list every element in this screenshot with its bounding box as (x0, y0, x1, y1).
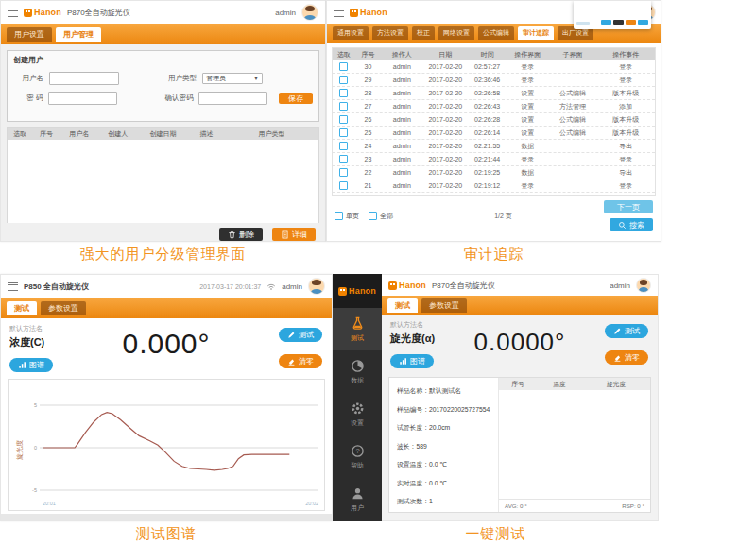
row-checkbox[interactable] (339, 115, 348, 124)
col-event: 操作事件 (597, 50, 655, 60)
spectrum-chart-card: 50-5旋光度20:0120:02 (8, 379, 325, 511)
single-page-checkbox[interactable]: 单页 (335, 212, 359, 221)
avatar[interactable] (636, 278, 651, 293)
row-checkbox[interactable] (339, 102, 348, 111)
test-button[interactable]: 测试 (279, 328, 322, 342)
user-table-empty-body (8, 140, 318, 223)
tab-network-settings[interactable]: 网络设置 (438, 26, 474, 40)
sidebar-label: 数据 (351, 376, 364, 385)
mini-button-dark[interactable] (613, 20, 624, 25)
search-button[interactable]: 搜索 (610, 218, 653, 231)
sidebar-item-user[interactable]: 用户 (333, 478, 382, 520)
col-select: 选取 (333, 50, 355, 60)
user-type-select[interactable]: 管理员 ▼ (202, 73, 263, 84)
sidebar-item-help[interactable]: ? 帮助 (333, 435, 382, 478)
table-cell: 登录 (597, 181, 655, 191)
table-cell: 数据 (507, 142, 548, 151)
tab-audit-trail[interactable]: 审计追踪 (518, 26, 554, 40)
avatar[interactable] (301, 4, 318, 21)
test-button[interactable]: 测试 (605, 324, 648, 338)
panel-onekey-test: Hanon 测试 数据 设置 ? 帮助 用户 (333, 274, 659, 521)
tab-formula-editor[interactable]: 公式编辑 (478, 26, 514, 40)
row-checkbox[interactable] (339, 168, 348, 177)
table-cell: 02:21:44 (468, 156, 507, 162)
row-checkbox[interactable] (339, 142, 348, 150)
pen-icon (613, 327, 622, 335)
mini-button-orange[interactable] (626, 20, 636, 25)
person-icon (351, 486, 365, 501)
zero-button[interactable]: 清零 (605, 350, 648, 365)
sidebar-item-test[interactable]: 测试 (333, 308, 382, 350)
tab-test[interactable]: 测试 (7, 301, 37, 315)
username-field[interactable] (49, 72, 119, 85)
sidebar-item-settings[interactable]: 设置 (333, 393, 382, 435)
next-page-button[interactable]: 下一页 (604, 200, 653, 213)
table-cell: admin (381, 182, 422, 189)
tab-bar: 用户设置 用户管理 (1, 24, 325, 44)
marketing-collage: Hanon P870全自动旋光仪 admin 用户设置 用户管理 创建用户 用户… (0, 0, 756, 545)
col-description: 描述 (188, 129, 225, 139)
tab-user-management[interactable]: 用户管理 (56, 27, 101, 42)
hamburger-menu-icon[interactable] (8, 9, 18, 17)
table-cell: 2017-02-20 (422, 143, 468, 149)
wifi-icon (266, 282, 276, 291)
eraser-icon (287, 357, 296, 366)
confirm-password-field[interactable] (198, 92, 267, 105)
all-pages-checkbox[interactable]: 全部 (369, 212, 393, 221)
hamburger-menu-icon[interactable] (8, 282, 18, 291)
hamburger-menu-icon[interactable] (334, 9, 344, 17)
table-cell: 02:19:25 (468, 169, 507, 176)
row-checkbox[interactable] (339, 76, 348, 84)
tab-user-settings[interactable]: 用户设置 (7, 27, 52, 42)
detail-button[interactable]: 详细 (272, 228, 316, 241)
table-cell: 登录 (507, 62, 548, 72)
graph-button[interactable]: 图谱 (9, 358, 53, 372)
y-tick-label: 0 (34, 445, 37, 451)
sample-info-list: 样品名称：默认测试名样品编号：20170220025727554试管长度：20.… (389, 378, 499, 512)
pen-icon (287, 331, 296, 339)
tab-parameter-settings[interactable]: 参数设置 (421, 298, 467, 313)
app-title: P870全自动旋光仪 (432, 281, 495, 291)
tab-test[interactable]: 测试 (387, 298, 418, 313)
table-row: 27admin2017-02-2002:26:43设置方法管理添加 (333, 100, 655, 113)
table-cell: 数据 (507, 195, 548, 196)
row-checkbox[interactable] (339, 89, 348, 97)
graph-button[interactable]: 图谱 (390, 354, 434, 368)
mini-button-blue[interactable] (601, 20, 611, 25)
detail-label: 详细 (292, 230, 307, 240)
table-cell: 2017-02-20 (422, 156, 468, 162)
table-cell: 登录 (507, 181, 548, 191)
row-checkbox[interactable] (339, 181, 348, 190)
rsp-value: RSP: 0 ° (622, 502, 644, 509)
mini-button-blue[interactable] (638, 20, 648, 25)
row-checkbox[interactable] (339, 155, 348, 163)
table-row: 26admin2017-02-2002:26:28设置公式编辑版本升级 (333, 113, 655, 127)
row-checkbox[interactable] (339, 62, 348, 71)
tab-general-settings[interactable]: 通用设置 (333, 26, 369, 40)
zero-button[interactable]: 清零 (279, 354, 322, 368)
dialog-overlay (574, 1, 651, 29)
datetime: 2017-03-17 20:01:37 (199, 283, 261, 290)
sidebar-item-data[interactable]: 数据 (333, 350, 382, 393)
graph-label: 图谱 (29, 360, 44, 370)
bar-chart-icon (18, 361, 26, 369)
tab-parameter-settings[interactable]: 参数设置 (41, 301, 86, 315)
titlebar: Hanon P870全自动旋光仪 admin (382, 275, 658, 296)
tab-calibration[interactable]: 校正 (412, 26, 435, 40)
pie-chart-icon (351, 359, 365, 373)
tab-method-settings[interactable]: 方法设置 (372, 26, 408, 40)
password-field[interactable] (48, 92, 117, 105)
table-cell: admin (381, 169, 422, 176)
spectrum-chart: 50-5旋光度20:0120:02 (9, 380, 326, 510)
delete-button[interactable]: 删除 (219, 228, 263, 241)
save-button[interactable]: 保存 (279, 93, 313, 104)
info-item: 测试次数：1 (397, 497, 490, 506)
flask-icon (351, 316, 365, 331)
avatar[interactable] (308, 278, 325, 295)
delete-label: 删除 (239, 230, 254, 240)
table-cell: 29 (355, 77, 381, 83)
table-cell: 导出 (597, 195, 655, 196)
row-checkbox[interactable] (339, 128, 348, 137)
table-cell: 版本升级 (597, 128, 655, 138)
table-row: 22admin2017-02-2002:19:25数据导出 (333, 166, 655, 179)
